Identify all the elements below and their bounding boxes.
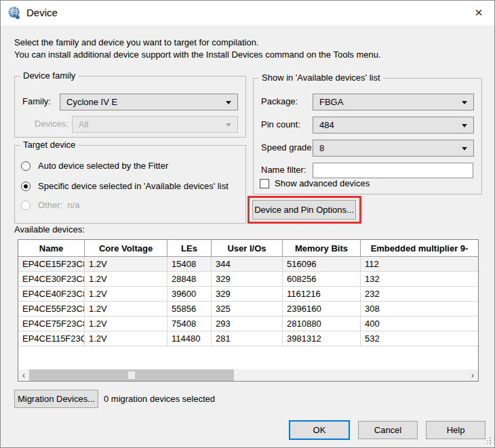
cell-core-voltage: 1.2V (85, 287, 167, 301)
pin-count-select[interactable]: 484 (313, 117, 474, 134)
device-dialog: Device ✕ Select the family and device yo… (0, 0, 495, 448)
table-row[interactable]: EP4CE40F23C8 1.2V 39600 329 1161216 232 (18, 287, 478, 302)
radio-specific-device-label: Specific device selected in 'Available d… (38, 181, 229, 191)
close-button[interactable]: ✕ (463, 1, 494, 25)
radio-checked-icon (21, 182, 31, 191)
cell-memory-bits: 2396160 (283, 302, 361, 316)
devices-select: All (72, 116, 238, 133)
close-icon: ✕ (475, 7, 483, 19)
cell-embedded-multiplier: 112 (361, 257, 478, 271)
available-devices-label: Available devices: (14, 224, 85, 235)
cell-core-voltage: 1.2V (85, 331, 167, 346)
cell-embedded-multiplier: 532 (361, 331, 478, 346)
name-filter-input[interactable] (313, 163, 473, 178)
window-title: Device (26, 1, 58, 25)
device-and-pin-options-button[interactable]: Device and Pin Options... (252, 200, 356, 220)
cell-name: EP4CE75F23C8 (18, 317, 85, 331)
radio-disabled-icon (21, 201, 31, 210)
cell-memory-bits: 2810880 (283, 317, 361, 331)
chevron-down-icon (462, 124, 467, 127)
available-devices-table: Name Core Voltage LEs User I/Os Memory B… (18, 239, 479, 382)
cell-memory-bits: 3981312 (283, 331, 361, 346)
cell-les: 28848 (167, 272, 212, 286)
table-header-row: Name Core Voltage LEs User I/Os Memory B… (18, 240, 478, 257)
speed-grade-select[interactable]: 8 (313, 140, 474, 157)
scrollbar-gripper (128, 371, 135, 379)
resize-grip[interactable] (483, 436, 492, 445)
column-header-user-ios[interactable]: User I/Os (212, 240, 283, 256)
package-select[interactable]: FBGA (313, 94, 474, 110)
title-bar: Device ✕ (1, 1, 494, 25)
cell-user-ios: 344 (212, 257, 283, 271)
table-row[interactable]: EP4CE15F23C8 1.2V 15408 344 516096 112 (18, 257, 478, 272)
scroll-right-icon[interactable]: › (467, 369, 478, 381)
show-advanced-checkrow: Show advanced devices (260, 178, 370, 188)
speed-grade-value: 8 (319, 143, 324, 153)
pin-count-label: Pin count: (261, 117, 300, 133)
table-row[interactable]: EP4CE115F23C8 1.2V 114480 281 3981312 53… (18, 331, 478, 346)
group-title-show-list: Show in 'Available devices' list (259, 73, 383, 83)
column-header-embedded-multiplier[interactable]: Embedded multiplier 9- (361, 240, 478, 256)
chevron-down-icon (226, 123, 231, 127)
cell-core-voltage: 1.2V (85, 272, 167, 286)
cell-user-ios: 281 (212, 331, 283, 346)
column-header-memory-bits[interactable]: Memory Bits (283, 240, 361, 256)
radio-auto-device-label: Auto device selected by the Fitter (38, 161, 168, 171)
cell-les: 75408 (167, 317, 212, 331)
group-title-device-family: Device family (20, 70, 78, 81)
family-select[interactable]: Cyclone IV E (60, 94, 238, 110)
show-advanced-label: Show advanced devices (275, 178, 370, 188)
cell-user-ios: 329 (212, 287, 283, 301)
cell-les: 114480 (167, 331, 212, 346)
package-label: Package: (261, 94, 298, 110)
table-row[interactable]: EP4CE75F23C8 1.2V 75408 293 2810880 400 (18, 317, 478, 331)
cell-name: EP4CE30F23C8 (18, 272, 85, 286)
cell-embedded-multiplier: 308 (361, 302, 478, 316)
ok-button[interactable]: OK (289, 420, 350, 440)
scrollbar-thumb[interactable] (29, 369, 234, 381)
cell-user-ios: 325 (212, 302, 283, 316)
devices-label: Devices: (35, 116, 68, 132)
cancel-button[interactable]: Cancel (358, 421, 418, 439)
cell-les: 39600 (167, 287, 212, 301)
cell-user-ios: 329 (212, 272, 283, 286)
cell-les: 15408 (167, 257, 212, 271)
radio-other-device: Other: n/a (21, 200, 79, 210)
chevron-down-icon (462, 147, 467, 150)
package-value: FBGA (319, 97, 343, 107)
family-label: Family: (22, 94, 51, 110)
cell-les: 55856 (167, 302, 212, 316)
intro-text: Select the family and device you want to… (14, 37, 381, 61)
family-value: Cyclone IV E (66, 97, 117, 107)
chevron-down-icon (226, 101, 231, 104)
migration-devices-button[interactable]: Migration Devices... (14, 390, 98, 408)
cell-user-ios: 293 (212, 317, 283, 331)
cell-memory-bits: 1161216 (283, 287, 361, 301)
radio-icon (21, 161, 31, 171)
cell-core-voltage: 1.2V (85, 257, 167, 271)
cell-memory-bits: 608256 (283, 272, 361, 286)
table-row[interactable]: EP4CE55F23C8 1.2V 55856 325 2396160 308 (18, 302, 478, 317)
show-advanced-checkbox[interactable] (260, 179, 269, 188)
help-button[interactable]: Help (426, 421, 486, 439)
name-filter-label: Name filter: (261, 162, 306, 178)
column-header-name[interactable]: Name (18, 240, 85, 256)
scroll-left-icon[interactable]: ‹ (18, 369, 29, 381)
column-header-les[interactable]: LEs (167, 240, 212, 256)
migration-status-text: 0 migration devices selected (104, 390, 215, 408)
horizontal-scrollbar[interactable]: ‹ › (18, 369, 478, 381)
radio-auto-device[interactable]: Auto device selected by the Fitter (21, 161, 168, 171)
cell-embedded-multiplier: 132 (361, 272, 478, 286)
table-row[interactable]: EP4CE30F23C8 1.2V 28848 329 608256 132 (18, 272, 478, 287)
column-header-core-voltage[interactable]: Core Voltage (85, 240, 167, 256)
quartus-logo-icon (7, 6, 21, 20)
cell-core-voltage: 1.2V (85, 302, 167, 316)
radio-specific-device[interactable]: Specific device selected in 'Available d… (21, 181, 229, 191)
cell-embedded-multiplier: 400 (361, 317, 478, 331)
group-title-target-device: Target device (20, 140, 78, 150)
cell-embedded-multiplier: 232 (361, 287, 478, 301)
intro-line-2: You can install additional device suppor… (14, 49, 381, 61)
cell-memory-bits: 516096 (283, 257, 361, 271)
cell-name: EP4CE115F23C8 (18, 331, 85, 346)
speed-grade-label: Speed grade: (261, 140, 314, 156)
